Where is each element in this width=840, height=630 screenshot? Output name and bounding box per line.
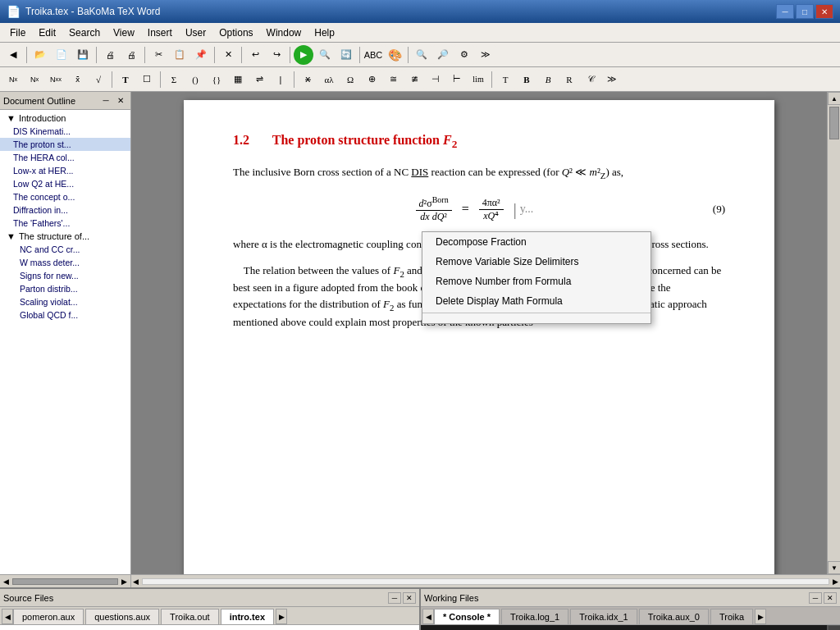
ctx-delete-formula[interactable]: Delete Display Math Formula [422, 291, 651, 311]
outline-proton-structure[interactable]: The proton st... [0, 138, 130, 151]
arrows-button[interactable]: ⇌ [249, 70, 269, 89]
new-button[interactable]: 📄 [52, 45, 71, 65]
scroll-up-btn[interactable]: ▲ [828, 92, 840, 105]
vdash-button[interactable]: ⊢ [447, 70, 467, 89]
outline-hera[interactable]: The HERA col... [0, 151, 130, 164]
minimize-button[interactable]: ─ [776, 4, 794, 19]
working-tab-aux[interactable]: Troika.aux_0 [639, 609, 709, 624]
cut-button[interactable]: ✂ [148, 45, 168, 65]
omega-button[interactable]: Ω [340, 70, 360, 89]
doc-scroll[interactable]: 1.2 The proton structure function F2 The… [131, 92, 840, 574]
delete-button[interactable]: ✕ [218, 45, 238, 65]
outline-hscroll[interactable]: ◀ ▶ [0, 574, 130, 587]
source-tab-pomeron[interactable]: pomeron.aux [13, 609, 84, 624]
frac-button[interactable]: x̄ [67, 70, 87, 89]
zoom-in-button[interactable]: 🔍 [412, 45, 431, 65]
menu-edit[interactable]: Edit [32, 25, 62, 40]
outline-dis-kinematics[interactable]: DIS Kinemati... [0, 125, 130, 138]
source-tab-questions[interactable]: questions.aux [85, 609, 159, 624]
outline-structure-of[interactable]: ▼The structure of... [0, 230, 130, 243]
replace-button[interactable]: 🔄 [336, 45, 356, 65]
ctx-decompose-fraction[interactable]: Decompose Fraction [422, 232, 651, 252]
callig-button[interactable]: 𝒞 [581, 70, 600, 89]
spell-button[interactable]: ABC [363, 45, 383, 65]
source-panel-minimize[interactable]: ─ [388, 592, 401, 604]
superscript-button[interactable]: Nx [3, 70, 23, 89]
outline-signs[interactable]: Signs for new... [0, 269, 130, 282]
console-scroll-up[interactable]: ▲ [828, 625, 840, 630]
outline-wmass[interactable]: W mass deter... [0, 256, 130, 269]
lim-button[interactable]: lim [468, 70, 488, 89]
outline-minimize[interactable]: ─ [99, 94, 112, 107]
redo-button[interactable]: ↪ [267, 45, 286, 65]
working-tab-next[interactable]: ▶ [755, 609, 766, 624]
oplus-button[interactable]: ⊕ [362, 70, 381, 89]
paste-button[interactable]: 📌 [191, 45, 211, 65]
source-tab-troikaout[interactable]: Troika.out [161, 609, 219, 624]
brace-button[interactable]: {} [207, 70, 226, 89]
dashv-button[interactable]: ⊣ [426, 70, 445, 89]
print-button[interactable]: 🖨 [100, 45, 120, 65]
print2-button[interactable]: 🖨 [121, 45, 141, 65]
ctx-select-word[interactable] [422, 315, 651, 323]
menu-user[interactable]: User [179, 25, 212, 40]
outline-scaling[interactable]: Scaling violat... [0, 295, 130, 308]
menu-search[interactable]: Search [62, 25, 107, 40]
strikeout-button[interactable]: x̶ [298, 70, 317, 89]
copy-button[interactable]: 📋 [170, 45, 189, 65]
more2-button[interactable]: ≫ [602, 70, 622, 89]
box-button[interactable]: ☐ [137, 70, 157, 89]
outline-parton[interactable]: Parton distrib... [0, 282, 130, 295]
search-button[interactable]: 🔍 [315, 45, 335, 65]
undo-button[interactable]: ↩ [245, 45, 265, 65]
outline-global[interactable]: Global QCD f... [0, 308, 130, 322]
doc-hscrollbar[interactable]: ◀ ▶ [131, 574, 840, 587]
source-tab-next[interactable]: ▶ [276, 609, 287, 624]
working-tab-prev[interactable]: ◀ [422, 609, 434, 624]
back-button[interactable]: ◀ [3, 45, 23, 65]
outline-fathers[interactable]: The 'Fathers'... [0, 217, 130, 230]
zoom-out-button[interactable]: 🔎 [433, 45, 453, 65]
working-tab-log[interactable]: Troika.log_1 [501, 609, 568, 624]
nequiv-button[interactable]: ≇ [404, 70, 424, 89]
menu-options[interactable]: Options [212, 25, 259, 40]
bracket-button[interactable]: () [185, 70, 205, 89]
table-button[interactable]: ▦ [228, 70, 248, 89]
scroll-down-btn[interactable]: ▼ [828, 561, 840, 574]
console-vscrollbar[interactable]: ▲ ▼ [827, 625, 840, 630]
ctx-remove-delimiters[interactable]: Remove Variable Size Delimiters [422, 252, 651, 272]
text-button[interactable]: T [116, 70, 135, 89]
settings-button[interactable]: ⚙ [454, 45, 474, 65]
menu-file[interactable]: File [3, 25, 32, 40]
working-tab-troika[interactable]: Troika [710, 609, 753, 624]
source-panel-close[interactable]: ✕ [403, 592, 416, 604]
outline-nc-cc[interactable]: NC and CC cr... [0, 243, 130, 256]
sum-button[interactable]: Σ [164, 70, 184, 89]
menu-view[interactable]: View [107, 25, 141, 40]
textmode-button[interactable]: T [495, 70, 515, 89]
source-tab-introtex[interactable]: intro.tex [221, 609, 274, 624]
outline-introduction[interactable]: ▼Introduction [0, 112, 130, 125]
subscript-button[interactable]: Nx [25, 70, 44, 89]
supsubscript-button[interactable]: Nxx [46, 70, 66, 89]
outline-diffraction[interactable]: Diffraction in... [0, 203, 130, 217]
bold-button[interactable]: B [517, 70, 536, 89]
equiv-button[interactable]: ≅ [383, 70, 403, 89]
menu-insert[interactable]: Insert [141, 25, 179, 40]
doc-vscrollbar[interactable]: ▲ ▼ [827, 92, 840, 574]
color-button[interactable]: 🎨 [385, 45, 404, 65]
sqrt-button[interactable]: √ [89, 70, 108, 89]
outline-concept[interactable]: The concept o... [0, 190, 130, 203]
outline-lowx[interactable]: Low-x at HER... [0, 164, 130, 177]
outline-lowq2[interactable]: Low Q2 at HE... [0, 177, 130, 190]
save-button[interactable]: 💾 [73, 45, 93, 65]
menu-window[interactable]: Window [260, 25, 308, 40]
italic-button[interactable]: B [538, 70, 558, 89]
maximize-button[interactable]: □ [796, 4, 814, 19]
working-tab-console[interactable]: * Console * [434, 609, 500, 624]
alpha-button[interactable]: αλ [319, 70, 339, 89]
source-tab-prev[interactable]: ◀ [2, 609, 13, 624]
menu-help[interactable]: Help [308, 25, 341, 40]
close-button[interactable]: ✕ [815, 4, 833, 19]
working-tab-idx[interactable]: Troika.idx_1 [570, 609, 637, 624]
